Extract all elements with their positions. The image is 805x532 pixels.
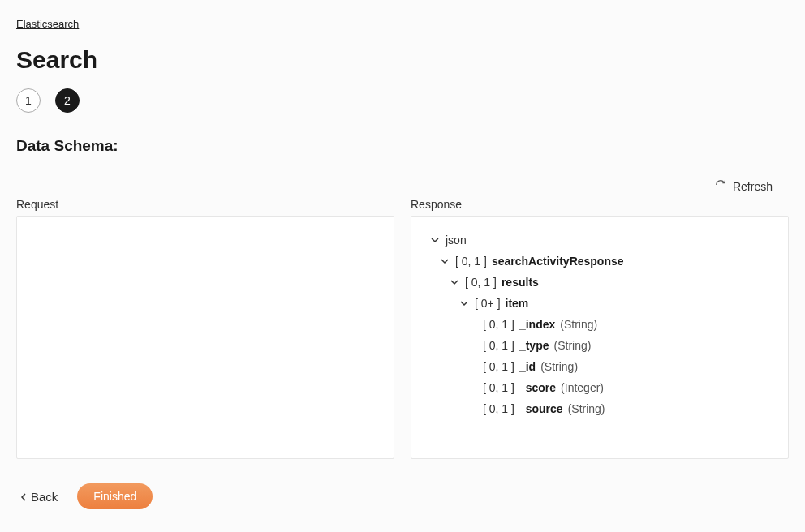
tree-node-item[interactable]: [ 0+ ] item (420, 293, 780, 314)
tree-cardinality: [ 0, 1 ] (455, 252, 487, 270)
tree-type: (Integer) (561, 379, 604, 397)
tree-key: _source (519, 400, 563, 418)
tree-leaf-index[interactable]: [ 0, 1 ] _index (String) (420, 314, 780, 335)
tree-cardinality: [ 0, 1 ] (483, 315, 514, 333)
back-button[interactable]: Back (16, 485, 61, 508)
tree-key: json (446, 231, 467, 249)
tree-leaf-id[interactable]: [ 0, 1 ] _id (String) (420, 356, 780, 377)
tree-leaf-source[interactable]: [ 0, 1 ] _source (String) (420, 398, 780, 419)
refresh-label: Refresh (733, 180, 773, 193)
tree-cardinality: [ 0, 1 ] (483, 400, 514, 418)
tree-key: results (502, 273, 539, 291)
refresh-icon (715, 179, 726, 193)
chevron-down-icon[interactable] (458, 299, 470, 307)
tree-cardinality: [ 0, 1 ] (483, 379, 514, 397)
wizard-stepper: 1 2 (16, 88, 789, 113)
chevron-down-icon[interactable] (449, 278, 460, 286)
response-panel[interactable]: json [ 0, 1 ] searchActivityResponse [ 0… (411, 216, 789, 459)
chevron-left-icon (19, 490, 28, 504)
tree-key: _type (519, 337, 549, 354)
request-panel[interactable] (16, 216, 394, 459)
tree-type: (String) (568, 400, 605, 418)
tree-key: _index (519, 315, 555, 333)
tree-node-results[interactable]: [ 0, 1 ] results (420, 272, 780, 293)
tree-cardinality: [ 0, 1 ] (483, 337, 514, 354)
finished-button[interactable]: Finished (77, 483, 153, 509)
tree-cardinality: [ 0, 1 ] (483, 358, 514, 375)
tree-cardinality: [ 0, 1 ] (465, 273, 497, 291)
tree-key: item (506, 294, 529, 312)
page-title: Search (16, 46, 789, 74)
chevron-down-icon[interactable] (439, 257, 450, 265)
response-panel-label: Response (411, 198, 789, 211)
request-panel-label: Request (16, 198, 394, 211)
breadcrumb-elasticsearch[interactable]: Elasticsearch (16, 18, 79, 30)
tree-key: searchActivityResponse (492, 252, 624, 270)
tree-leaf-score[interactable]: [ 0, 1 ] _score (Integer) (420, 377, 780, 398)
tree-type: (String) (560, 315, 597, 333)
step-2[interactable]: 2 (55, 88, 80, 113)
tree-cardinality: [ 0+ ] (475, 294, 501, 312)
tree-leaf-type[interactable]: [ 0, 1 ] _type (String) (420, 335, 780, 356)
step-1[interactable]: 1 (16, 88, 41, 113)
tree-node-json[interactable]: json (420, 230, 780, 251)
tree-node-searchactivityresponse[interactable]: [ 0, 1 ] searchActivityResponse (420, 251, 780, 272)
section-title: Data Schema: (16, 137, 789, 155)
tree-type: (String) (554, 337, 592, 354)
back-label: Back (31, 490, 58, 504)
tree-type: (String) (540, 358, 578, 375)
step-connector (41, 101, 55, 101)
chevron-down-icon[interactable] (429, 236, 441, 244)
tree-key: _score (519, 379, 556, 397)
refresh-button[interactable]: Refresh (715, 179, 773, 193)
tree-key: _id (519, 358, 536, 375)
